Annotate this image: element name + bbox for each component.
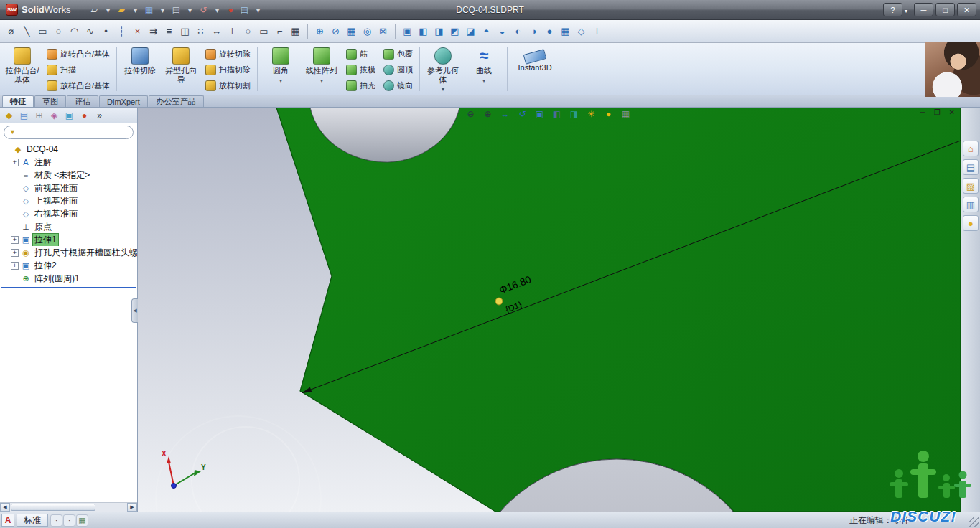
configurationmanager-tab-icon[interactable]: ⊞: [32, 108, 46, 122]
view-back-icon[interactable]: ◨: [431, 24, 447, 39]
tree-item[interactable]: ⊕ 阵列(圆周)1: [0, 272, 137, 285]
panel-horizontal-scrollbar[interactable]: [0, 502, 137, 512]
scroll-left-icon[interactable]: [0, 503, 10, 512]
view-palette-icon[interactable]: ▥: [963, 197, 979, 212]
sweep-button[interactable]: 扫描: [44, 62, 113, 77]
options-icon[interactable]: ▤: [238, 3, 251, 17]
quick-tip-icon[interactable]: ·: [50, 514, 62, 527]
mass-properties-icon[interactable]: ⊘: [328, 24, 343, 39]
motionmanager-tab-icon[interactable]: ●: [78, 108, 91, 122]
filter-input[interactable]: [19, 127, 128, 137]
tree-item[interactable]: ≡ 材质 <未指定>: [0, 169, 137, 182]
view-orientation-icon[interactable]: ▣: [400, 24, 415, 39]
spline-icon[interactable]: ∿: [83, 24, 98, 39]
trim-entities-icon[interactable]: ×: [130, 24, 145, 39]
circle-icon[interactable]: ○: [51, 24, 66, 39]
expand-toggle-icon[interactable]: +: [11, 262, 19, 270]
display-style-icon[interactable]: ◧: [551, 109, 563, 120]
dropdown-arrow-icon[interactable]: ▾: [183, 3, 196, 17]
dropdown-arrow-icon[interactable]: ▾: [210, 3, 223, 17]
expand-toggle-icon[interactable]: [11, 275, 19, 283]
normal-to-icon[interactable]: ⊥: [589, 24, 605, 39]
loft-cut-button[interactable]: 放样切割: [202, 78, 253, 93]
undo-icon[interactable]: ↺: [197, 3, 210, 17]
line-icon[interactable]: ╲: [19, 24, 34, 39]
revolve-cut-button[interactable]: 旋转切除: [202, 47, 253, 62]
propertymanager-tab-icon[interactable]: ▤: [17, 108, 31, 122]
extrude-cut-button[interactable]: 拉伸切除: [121, 44, 159, 93]
rib-button[interactable]: 筋: [343, 47, 378, 62]
construction-geometry-icon[interactable]: ⌐: [272, 24, 287, 39]
hole-wizard-button[interactable]: 异型孔向导: [162, 44, 200, 93]
viewport-close-icon[interactable]: [949, 108, 955, 116]
zoom-out-icon[interactable]: ⊖: [465, 109, 477, 120]
linear-pattern-button[interactable]: 线性阵列: [302, 44, 341, 93]
dome-button[interactable]: 圆顶: [381, 62, 416, 77]
tree-item[interactable]: + A 注解: [0, 156, 137, 169]
section-properties-icon[interactable]: ▦: [344, 24, 359, 39]
view-dimetric-icon[interactable]: ◑: [526, 24, 541, 39]
shell-button[interactable]: 抽壳: [343, 78, 378, 93]
sweep-cut-button[interactable]: 扫描切除: [202, 62, 253, 77]
filter-box[interactable]: [4, 126, 134, 139]
smart-dimension-icon[interactable]: ⌀: [4, 24, 19, 39]
tree-item[interactable]: ◇ 右视基准面: [0, 207, 137, 220]
featuremanager-tab-icon[interactable]: ◆: [2, 108, 16, 122]
expand-toggle-icon[interactable]: [11, 171, 19, 179]
appearances-icon[interactable]: ●: [602, 109, 615, 120]
offset-entities-icon[interactable]: ≡: [162, 24, 177, 39]
dropdown-arrow-icon[interactable]: ▾: [129, 3, 141, 17]
file-explorer-icon[interactable]: ▨: [963, 178, 979, 194]
point-icon[interactable]: •: [98, 24, 113, 39]
annotation-toolbar-icon[interactable]: A: [1, 514, 14, 527]
expand-toggle-icon[interactable]: +: [11, 236, 19, 244]
display-relations-icon[interactable]: ⊥: [225, 24, 240, 39]
expand-toggle-icon[interactable]: [11, 223, 19, 231]
measure-icon[interactable]: ⊕: [312, 24, 327, 39]
tab-sketch[interactable]: 草图: [34, 95, 66, 107]
tab-office-products[interactable]: 办公室产品: [149, 95, 204, 107]
loft-button[interactable]: 放样凸台/基体: [44, 78, 113, 93]
view-top-icon[interactable]: ◓: [479, 24, 494, 39]
instant3d-button[interactable]: Instant3D: [511, 44, 559, 93]
centerline-icon[interactable]: ┆: [114, 24, 129, 39]
view-left-icon[interactable]: ◩: [447, 24, 462, 39]
scroll-thumb[interactable]: [11, 504, 95, 511]
move-entities-icon[interactable]: ↔: [209, 24, 224, 39]
lights-icon[interactable]: ☀: [585, 109, 597, 120]
expand-toggle-icon[interactable]: [11, 184, 19, 192]
view-right-icon[interactable]: ◪: [463, 24, 478, 39]
curves-button[interactable]: 曲线: [465, 44, 503, 93]
viewport-minimize-icon[interactable]: [920, 108, 925, 116]
sheet-grid-icon[interactable]: ▦: [76, 514, 88, 527]
tree-item[interactable]: + ▣ 拉伸1: [0, 233, 137, 246]
check-entity-icon[interactable]: ◎: [360, 24, 375, 39]
tree-item[interactable]: + ▣ 拉伸2: [0, 259, 137, 272]
draft-button[interactable]: 拔模: [343, 62, 378, 77]
toolbar-style-select[interactable]: 标准: [17, 514, 48, 527]
close-button[interactable]: [957, 3, 976, 16]
open-icon[interactable]: ▰: [115, 3, 128, 17]
view-bottom-icon[interactable]: ◒: [495, 24, 510, 39]
appearances-scenes-icon[interactable]: ●: [963, 215, 979, 231]
design-library-icon[interactable]: ▤: [963, 159, 979, 175]
dropdown-arrow-icon[interactable]: ▾: [156, 3, 169, 17]
print-icon[interactable]: ▤: [169, 3, 182, 17]
sketch-grid-icon[interactable]: ▦: [288, 24, 303, 39]
fillet-button[interactable]: 圆角: [261, 44, 300, 93]
perspective-icon[interactable]: ◇: [574, 24, 589, 39]
panel-overflow-icon[interactable]: »: [93, 108, 106, 122]
convert-entities-icon[interactable]: ⇉: [146, 24, 161, 39]
tab-features[interactable]: 特征: [2, 95, 34, 107]
tree-item[interactable]: ◇ 上视基准面: [0, 194, 137, 207]
slot-icon[interactable]: ▭: [256, 24, 271, 39]
new-document-icon[interactable]: ▱: [88, 3, 101, 17]
expand-toggle-icon[interactable]: +: [11, 159, 19, 166]
dropdown-arrow-icon[interactable]: ▾: [101, 3, 114, 17]
revolve-boss-button[interactable]: 旋转凸台/基体: [44, 47, 113, 62]
rotate-view-icon[interactable]: ↺: [516, 109, 528, 120]
tree-item[interactable]: ◇ 前视基准面: [0, 182, 137, 194]
displaymanager-tab-icon[interactable]: ▣: [62, 108, 76, 122]
reference-geometry-button[interactable]: 参考几何体: [424, 44, 462, 93]
tree-item[interactable]: ◆ DCQ-04: [0, 143, 137, 156]
